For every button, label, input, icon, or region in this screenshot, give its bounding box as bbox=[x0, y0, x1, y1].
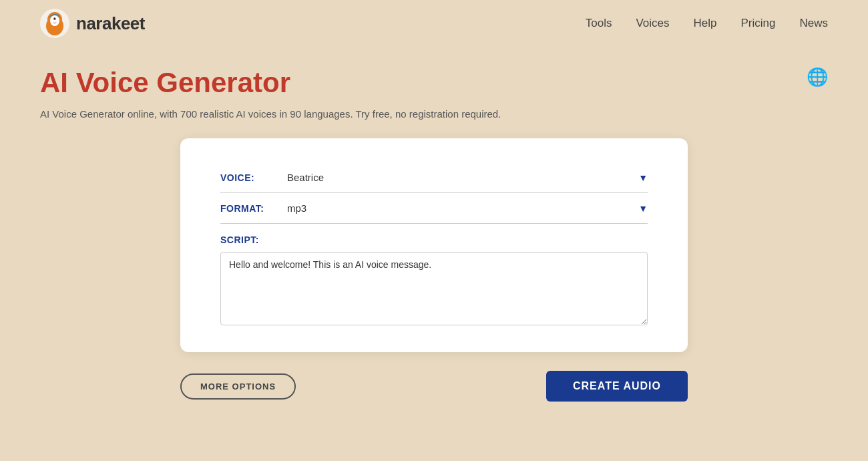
format-dropdown-arrow: ▼ bbox=[638, 203, 648, 214]
logo-area[interactable]: narakeet bbox=[40, 9, 145, 38]
voice-row: VOICE: Beatrice ▼ bbox=[220, 162, 648, 193]
nav: Tools Voices Help Pricing News bbox=[586, 17, 828, 30]
voice-label: VOICE: bbox=[220, 172, 287, 183]
script-textarea[interactable] bbox=[220, 252, 648, 325]
script-label: SCRIPT: bbox=[220, 235, 648, 245]
script-row: SCRIPT: bbox=[220, 224, 648, 325]
nav-tools[interactable]: Tools bbox=[586, 17, 612, 30]
nav-voices[interactable]: Voices bbox=[636, 17, 669, 30]
format-row: FORMAT: mp3 ▼ bbox=[220, 193, 648, 224]
more-options-button[interactable]: MORE OPTIONS bbox=[180, 373, 296, 400]
buttons-row: MORE OPTIONS CREATE AUDIO bbox=[180, 371, 688, 402]
format-value: mp3 bbox=[287, 202, 306, 214]
format-label: FORMAT: bbox=[220, 203, 287, 214]
main-content: AI Voice Generator AI Voice Generator on… bbox=[0, 47, 868, 402]
format-select[interactable]: mp3 ▼ bbox=[287, 202, 648, 214]
nav-news[interactable]: News bbox=[799, 17, 828, 30]
voice-value: Beatrice bbox=[287, 172, 324, 183]
nav-pricing[interactable]: Pricing bbox=[741, 17, 776, 30]
form-card: VOICE: Beatrice ▼ FORMAT: mp3 ▼ SCRIPT: bbox=[180, 138, 688, 352]
page-title: AI Voice Generator bbox=[40, 67, 828, 99]
create-audio-button[interactable]: CREATE AUDIO bbox=[546, 371, 688, 402]
logo-icon bbox=[40, 9, 69, 38]
page-subtitle: AI Voice Generator online, with 700 real… bbox=[40, 108, 828, 120]
header: narakeet Tools Voices Help Pricing News bbox=[0, 0, 868, 47]
logo-text: narakeet bbox=[76, 13, 145, 34]
svg-point-5 bbox=[53, 17, 56, 20]
voice-dropdown-arrow: ▼ bbox=[638, 172, 648, 183]
nav-help[interactable]: Help bbox=[694, 17, 717, 30]
svg-point-6 bbox=[55, 18, 55, 19]
voice-select[interactable]: Beatrice ▼ bbox=[287, 172, 648, 183]
